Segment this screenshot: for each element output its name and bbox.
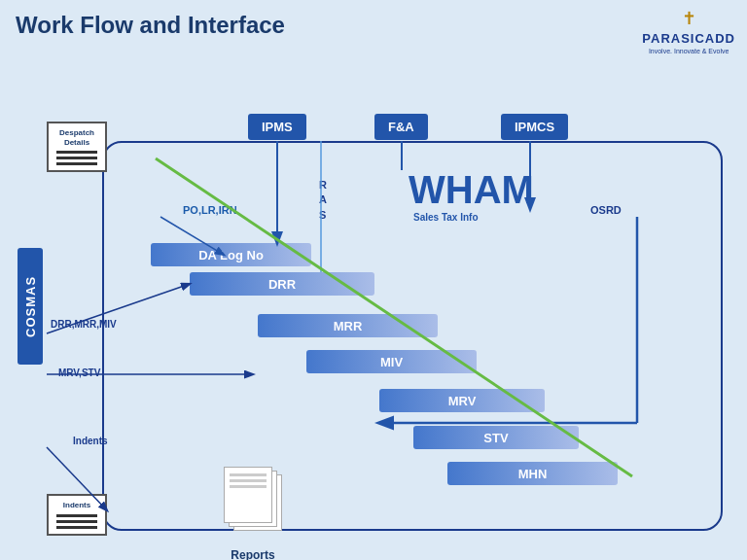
logo-name: PARASICADD	[642, 31, 735, 46]
logo-cross: ✝	[642, 8, 735, 29]
report-line	[230, 473, 267, 476]
drr-mrr-miv-label: DRR,MRR,MIV	[51, 319, 117, 330]
doc-line	[56, 157, 97, 159]
report-line	[230, 485, 267, 488]
indents-doc-title: Indents	[53, 501, 100, 510]
mrv-bar: MRV	[379, 389, 545, 412]
ipms-box: IPMS	[248, 114, 306, 140]
wham-text: WHAM	[409, 168, 534, 212]
doc-line	[56, 514, 97, 517]
reports-label: Reports	[224, 548, 282, 560]
report-page-front	[224, 467, 272, 523]
miv-bar: MIV	[306, 350, 477, 373]
indents-arrow-label: Indents	[73, 436, 108, 446]
stv-bar: STV	[413, 426, 579, 449]
mhn-bar: MHN	[447, 462, 618, 485]
ras-label: RAS	[319, 178, 327, 223]
reports-container: Reports	[224, 467, 306, 544]
po-lr-irn-label: PO,LR,IRN	[183, 204, 237, 216]
cosmas-label: COSMAS	[18, 248, 43, 365]
wham-sub: Sales Tax Info	[413, 212, 479, 223]
osrd-label: OSRD	[590, 204, 622, 216]
fna-box: F&A	[374, 114, 428, 140]
ipmcs-box: IPMCS	[501, 114, 568, 140]
doc-line	[56, 162, 97, 165]
drr-bar: DRR	[190, 272, 374, 296]
doc-line	[56, 526, 97, 529]
doc-line	[56, 520, 97, 523]
mrv-stv-label: MRV,STV	[58, 368, 100, 378]
report-line	[230, 479, 267, 482]
da-log-no-bar: DA Log No	[151, 243, 311, 266]
page-title: Work Flow and Interface	[0, 0, 747, 43]
despatch-details-title: DespatchDetails	[53, 128, 100, 147]
indents-doc: Indents	[47, 494, 107, 536]
mrr-bar: MRR	[258, 314, 438, 337]
despatch-details-doc: DespatchDetails	[47, 122, 107, 172]
doc-line	[56, 151, 97, 154]
diagram-area: COSMAS DespatchDetails Indents IPMS F&A …	[10, 53, 737, 550]
